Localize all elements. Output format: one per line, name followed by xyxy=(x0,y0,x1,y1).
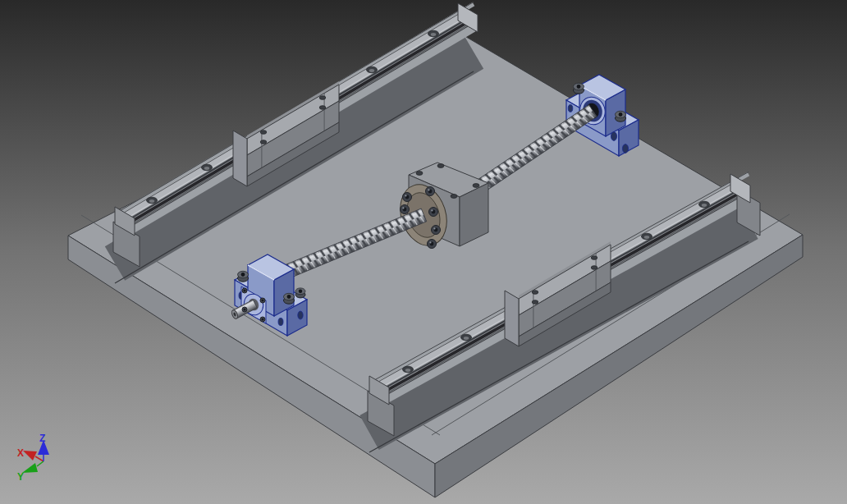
ear-slot-hole xyxy=(622,144,628,153)
cap-screw xyxy=(238,271,249,282)
carriage-end-face xyxy=(233,131,247,186)
y-axis-label: Y xyxy=(17,471,24,483)
ear-slot-hole xyxy=(568,105,573,112)
ear-slot-hole xyxy=(298,311,303,319)
cap-screw xyxy=(284,293,295,304)
ear-slot-hole xyxy=(611,132,616,141)
ear-slot-hole xyxy=(278,318,283,325)
cap-screw xyxy=(616,111,626,121)
cap-screw xyxy=(574,83,584,94)
carriage-end-face xyxy=(505,291,519,346)
cap-screw xyxy=(295,288,305,298)
x-axis-label: X xyxy=(17,447,24,459)
z-axis-label: Z xyxy=(39,433,45,444)
cad-viewport[interactable]: X Y Z xyxy=(0,0,847,504)
assembly-3d-view[interactable]: X Y Z xyxy=(0,0,847,504)
